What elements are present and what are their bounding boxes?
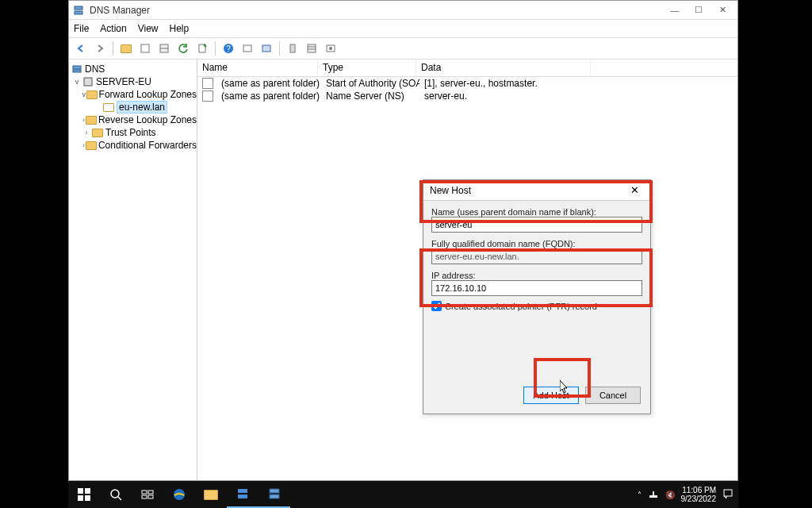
menu-file[interactable]: File <box>74 23 89 34</box>
record-type: Start of Authority (SOA) <box>321 78 419 89</box>
svg-rect-33 <box>270 495 279 498</box>
svg-rect-27 <box>142 495 147 498</box>
svg-text:?: ? <box>226 44 231 53</box>
tray-chevron-icon[interactable]: ˄ <box>638 491 642 499</box>
toolbar: ? <box>69 37 737 60</box>
refresh-button[interactable] <box>174 40 192 57</box>
svg-rect-28 <box>148 495 153 498</box>
column-headers[interactable]: Name Type Data <box>197 60 737 77</box>
fqdn-label: Fully qualified domain name (FQDN): <box>431 239 642 248</box>
toolbar-icon[interactable] <box>136 40 154 57</box>
taskbar-clock[interactable]: 11:06 PM 9/23/2022 <box>681 486 717 503</box>
taskbar[interactable]: ˄ 🔇 11:06 PM 9/23/2022 <box>68 481 738 508</box>
window-title: DNS Manager <box>90 5 150 16</box>
maximize-button[interactable]: ☐ <box>687 2 710 18</box>
svg-rect-22 <box>85 495 90 501</box>
svg-rect-34 <box>649 495 657 498</box>
svg-rect-30 <box>238 489 247 493</box>
svg-rect-21 <box>78 495 83 501</box>
list-pane[interactable]: Name Type Data (same as parent folder) S… <box>197 60 737 480</box>
tray-sound-icon[interactable]: 🔇 <box>665 491 675 499</box>
svg-rect-9 <box>262 45 270 52</box>
search-icon[interactable] <box>100 481 132 508</box>
toolbar-icon[interactable] <box>322 40 339 57</box>
record-name: (same as parent folder) <box>216 78 321 89</box>
titlebar[interactable]: DNS Manager — ☐ ✕ <box>69 1 737 20</box>
ptr-checkbox[interactable] <box>431 301 442 311</box>
start-button[interactable] <box>68 481 100 508</box>
close-button[interactable]: ✕ <box>710 2 734 18</box>
system-tray[interactable]: ˄ 🔇 11:06 PM 9/23/2022 <box>638 486 739 503</box>
expand-icon[interactable]: › <box>82 129 91 137</box>
record-type: Name Server (NS) <box>321 90 419 102</box>
tree-tp[interactable]: Trust Points <box>105 127 156 138</box>
add-host-button[interactable]: Add Host <box>523 387 579 404</box>
tree-zone-selected[interactable]: eu-new.lan <box>117 101 167 114</box>
svg-rect-8 <box>243 45 251 52</box>
tree-rlz[interactable]: Reverse Lookup Zones <box>98 114 197 125</box>
svg-rect-20 <box>85 488 90 494</box>
name-label: Name (uses parent domain name if blank): <box>431 207 642 217</box>
tree-server[interactable]: SERVER-EU <box>96 76 151 87</box>
svg-rect-25 <box>142 491 147 494</box>
menubar: File Action View Help <box>69 20 737 37</box>
tray-network-icon[interactable] <box>648 488 659 501</box>
name-input[interactable] <box>431 217 642 233</box>
toolbar-icon[interactable] <box>303 40 320 57</box>
folder-icon <box>86 114 97 125</box>
svg-rect-32 <box>270 489 279 493</box>
svg-rect-11 <box>308 44 316 52</box>
dialog-close-button[interactable]: ✕ <box>625 183 644 198</box>
task-view-icon[interactable] <box>132 481 163 508</box>
svg-rect-35 <box>653 491 654 495</box>
taskbar-app-icon[interactable] <box>227 481 259 508</box>
explorer-icon[interactable] <box>195 481 227 508</box>
app-icon <box>72 4 85 17</box>
ie-icon[interactable] <box>163 481 195 508</box>
col-data[interactable]: Data <box>416 60 591 76</box>
menu-view[interactable]: View <box>138 23 159 34</box>
toolbar-icon[interactable] <box>117 40 135 57</box>
cancel-button[interactable]: Cancel <box>585 387 641 404</box>
dns-manager-window: DNS Manager — ☐ ✕ File Action View Help … <box>68 0 738 481</box>
toolbar-icon[interactable] <box>193 40 211 57</box>
dialog-titlebar[interactable]: New Host ✕ <box>423 180 650 201</box>
menu-action[interactable]: Action <box>100 23 126 34</box>
dialog-title: New Host <box>430 185 471 196</box>
record-row[interactable]: (same as parent folder) Start of Authori… <box>197 77 737 90</box>
tree-dns[interactable]: DNS <box>85 64 105 75</box>
record-row[interactable]: (same as parent folder) Name Server (NS)… <box>197 90 737 102</box>
tree-cf[interactable]: Conditional Forwarders <box>98 140 197 151</box>
forward-button[interactable] <box>91 40 109 57</box>
cursor-icon <box>560 380 569 394</box>
svg-rect-18 <box>84 78 92 86</box>
menu-help[interactable]: Help <box>170 23 190 34</box>
back-button[interactable] <box>72 40 90 57</box>
svg-rect-31 <box>238 495 247 498</box>
toolbar-icon[interactable] <box>239 40 256 57</box>
svg-rect-10 <box>290 44 295 52</box>
record-name: (same as parent folder) <box>216 90 321 102</box>
svg-rect-1 <box>75 11 82 14</box>
tree-flz[interactable]: Forward Lookup Zones <box>99 89 197 100</box>
toolbar-icon[interactable] <box>258 40 275 57</box>
clock-time: 11:06 PM <box>681 486 717 495</box>
dns-manager-taskbar-icon[interactable] <box>259 481 290 508</box>
ip-input[interactable] <box>431 280 642 296</box>
folder-icon <box>91 127 104 138</box>
help-icon[interactable]: ? <box>220 40 237 57</box>
col-name[interactable]: Name <box>197 60 318 76</box>
toolbar-icon[interactable] <box>284 40 301 57</box>
zone-icon <box>102 102 115 113</box>
minimize-button[interactable]: — <box>663 2 687 18</box>
svg-point-23 <box>111 490 119 498</box>
toolbar-icon[interactable] <box>155 40 173 57</box>
svg-rect-36 <box>724 490 732 496</box>
fqdn-input <box>431 248 642 264</box>
ptr-label: Create associated pointer (PTR) record <box>445 302 597 311</box>
svg-rect-0 <box>75 6 82 10</box>
col-type[interactable]: Type <box>318 60 416 76</box>
notifications-icon[interactable] <box>722 488 733 501</box>
expand-icon[interactable]: v <box>72 78 82 86</box>
tree-pane[interactable]: DNS v SERVER-EU v Forward Lookup Zones e… <box>69 60 197 480</box>
